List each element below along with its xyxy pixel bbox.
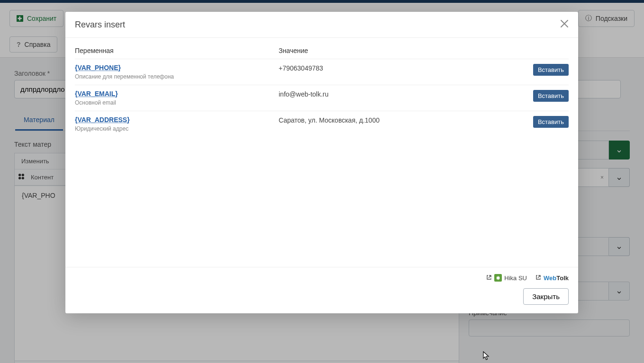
var-link-address[interactable]: {VAR_ADDRESS} <box>75 116 279 124</box>
sponsor-webtolk[interactable]: WebTolk <box>535 274 569 282</box>
col-header-value: Значение <box>279 47 535 54</box>
insert-button[interactable]: Вставить <box>533 116 569 128</box>
var-link-email[interactable]: {VAR_EMAIL} <box>75 90 279 97</box>
var-value: +79063049783 <box>279 64 533 72</box>
external-link-icon <box>535 274 541 282</box>
sponsor-row: ✱ Hika SU WebTolk <box>75 274 569 282</box>
table-row: {VAR_ADDRESS} Юридический адрес Саратов,… <box>75 111 569 137</box>
external-link-icon <box>486 274 492 282</box>
var-link-phone[interactable]: {VAR_PHONE} <box>75 64 279 71</box>
insert-button[interactable]: Вставить <box>533 64 569 76</box>
var-desc: Основной email <box>75 99 279 106</box>
var-value: Саратов, ул. Московская, д.1000 <box>279 116 533 124</box>
modal-close-x[interactable] <box>560 19 569 30</box>
var-desc: Юридический адрес <box>75 125 279 132</box>
var-desc: Описание для переменной телефона <box>75 73 279 80</box>
table-row: {VAR_EMAIL} Основной email info@web-tolk… <box>75 85 569 111</box>
table-row: {VAR_PHONE} Описание для переменной теле… <box>75 59 569 85</box>
col-header-variable: Переменная <box>75 47 279 54</box>
hika-icon: ✱ <box>494 274 502 282</box>
sponsor-hika[interactable]: ✱ Hika SU <box>486 274 527 282</box>
revars-modal: Revars insert Переменная Значение {VAR_P… <box>65 12 578 313</box>
insert-button[interactable]: Вставить <box>533 90 569 102</box>
close-button[interactable]: Закрыть <box>523 288 569 305</box>
var-value: info@web-tolk.ru <box>279 90 533 98</box>
table-head: Переменная Значение <box>75 43 569 59</box>
modal-title: Revars insert <box>75 20 125 30</box>
